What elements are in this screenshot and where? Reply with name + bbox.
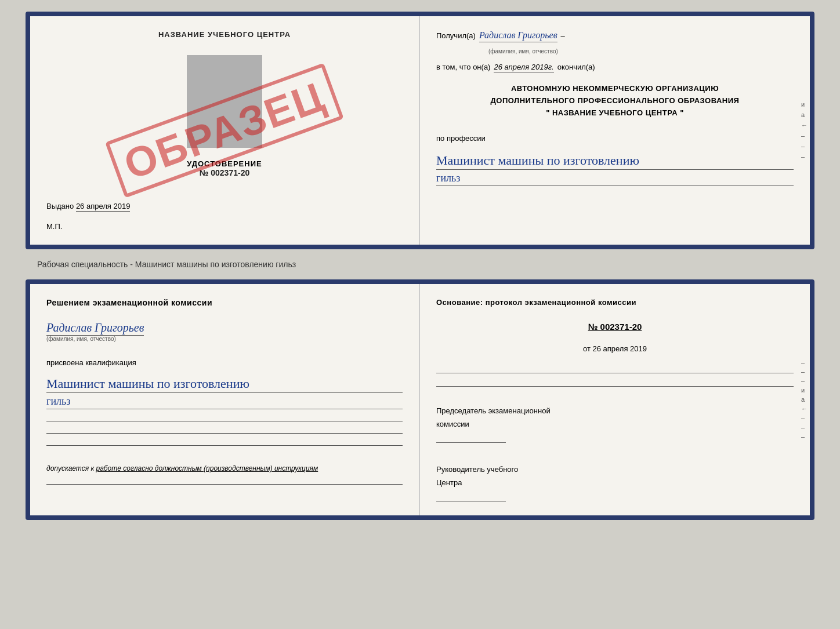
rsm-6: ← [801, 405, 808, 412]
rukovoditel-sig-line [436, 492, 794, 501]
osnovanie-title: Основание: протокол экзаменационной коми… [436, 298, 794, 307]
chairman-title: Председатель экзаменационной [436, 404, 794, 417]
side-mark-5: – [801, 143, 808, 150]
vydano-line: Выдано 26 апреля 2019 [46, 202, 403, 210]
dash1: – [561, 31, 565, 40]
org-name: НАЗВАНИЕ УЧЕБНОГО ЦЕНТРА [552, 108, 678, 117]
dopuskaetsya: допускается к работе согласно должностны… [46, 464, 403, 472]
rukovoditel-title2: Центра [436, 476, 794, 489]
blank-line-3 [46, 445, 403, 446]
name-block: Радислав Григорьев (фамилия, имя, отчест… [46, 321, 403, 342]
doc-number: № 002371-20 [46, 168, 403, 177]
vtom-date: 26 апреля 2019г. [494, 63, 553, 72]
side-marks-bottom: – – – и а ← – – – [801, 284, 808, 515]
rsm-8: – [801, 424, 808, 431]
rsm-4: и [801, 387, 808, 394]
side-mark-2: а [801, 111, 808, 118]
top-doc-left: НАЗВАНИЕ УЧЕБНОГО ЦЕНТРА УДОСТОВЕРЕНИЕ №… [30, 16, 420, 245]
protocol-number: № 002371-20 [436, 322, 794, 332]
resheniem-title: Решением экзаменационной комиссии [46, 298, 403, 307]
fio-label-bottom: (фамилия, имя, отчество) [46, 336, 403, 342]
chairman-title2: комиссии [436, 417, 794, 431]
blank-line-2 [46, 433, 403, 434]
org-name-line: " НАЗВАНИЕ УЧЕБНОГО ЦЕНТРА " [436, 107, 794, 119]
top-left-title: НАЗВАНИЕ УЧЕБНОГО ЦЕНТРА [46, 30, 403, 39]
rukovoditel-title: Руководитель учебного [436, 463, 794, 476]
prisvoena: присвоена квалификация [46, 358, 403, 367]
rukovoditel-sig-underline [436, 492, 506, 501]
org-quote1: " [546, 108, 550, 117]
chairman-block: Председатель экзаменационной комиссии [436, 404, 794, 443]
okonchil: окончил(а) [557, 63, 595, 71]
poluchil-prefix: Получил(а) [436, 31, 476, 40]
profession-block: Машинист машины по изготовлению гильз [436, 151, 794, 186]
bottom-doc-right: Основание: протокол экзаменационной коми… [420, 284, 810, 515]
side-mark-1: и [801, 101, 808, 108]
rsm-2: – [801, 368, 808, 375]
blank-line-r1 [436, 373, 794, 373]
rsm-9: – [801, 433, 808, 440]
chairman-sig-underline [436, 434, 506, 443]
udostoverenie-block: УДОСТОВЕРЕНИЕ № 002371-20 [46, 159, 403, 177]
vtom-prefix: в том, что он(а) [436, 63, 490, 71]
side-mark-3: ← [801, 122, 808, 129]
rsm-5: а [801, 396, 808, 403]
blank-line-4 [46, 484, 403, 485]
po-professii: по профессии [436, 134, 794, 143]
rukovoditel-block: Руководитель учебного Центра [436, 463, 794, 501]
dopuskaetsya-prefix: допускается к [46, 464, 94, 472]
top-doc-right: Получил(а) Радислав Григорьев – (фамилия… [420, 16, 810, 245]
rsm-7: – [801, 415, 808, 421]
rsm-3: – [801, 377, 808, 384]
ot-date: от 26 апреля 2019 [436, 344, 794, 353]
qual-line2: гильз [46, 395, 403, 409]
org-quote2: " [680, 108, 684, 117]
rsm-1: – [801, 359, 808, 366]
vtom-line: в том, что он(а) 26 апреля 2019г. окончи… [436, 63, 794, 72]
recipient-name: Радислав Григорьев [479, 30, 557, 42]
qual-line1: Машинист машины по изготовлению [46, 376, 403, 393]
org-line2: ДОПОЛНИТЕЛЬНОГО ПРОФЕССИОНАЛЬНОГО ОБРАЗО… [436, 95, 794, 107]
profession-line1: Машинист машины по изготовлению [436, 153, 794, 170]
fio-label-top: (фамилия, имя, отчество) [488, 48, 794, 54]
blank-line-r2 [436, 386, 794, 387]
org-block: АВТОНОМНУЮ НЕКОММЕРЧЕСКУЮ ОРГАНИЗАЦИЮ ДО… [436, 83, 794, 119]
bottom-name: Радислав Григорьев [46, 321, 144, 336]
udostoverenie-label: УДОСТОВЕРЕНИЕ [46, 159, 403, 168]
vydano-prefix: Выдано [46, 202, 74, 210]
side-marks-top: и а ← – – – [801, 101, 808, 160]
vydano-date: 26 апреля 2019 [76, 202, 131, 212]
poluchil-line: Получил(а) Радислав Григорьев – [436, 30, 794, 42]
profession-line2: гильз [436, 172, 794, 186]
bottom-document: Решением экзаменационной комиссии Радисл… [26, 279, 814, 520]
side-mark-4: – [801, 132, 808, 139]
chairman-sig-line [436, 434, 794, 443]
top-document: НАЗВАНИЕ УЧЕБНОГО ЦЕНТРА УДОСТОВЕРЕНИЕ №… [26, 12, 814, 249]
photo-placeholder [187, 55, 262, 148]
mp-line: М.П. [46, 222, 403, 231]
bottom-doc-left: Решением экзаменационной комиссии Радисл… [30, 284, 420, 515]
org-line1: АВТОНОМНУЮ НЕКОММЕРЧЕСКУЮ ОРГАНИЗАЦИЮ [436, 83, 794, 95]
ot-date-val: 26 апреля 2019 [593, 344, 647, 353]
blank-line-1 [46, 421, 403, 421]
separator-text: Рабочая специальность - Машинист машины … [37, 260, 296, 269]
qualification-block: Машинист машины по изготовлению гильз [46, 374, 403, 409]
side-mark-6: – [801, 153, 808, 160]
ot-prefix: от [583, 344, 591, 353]
dopuskaetsya-text: работе согласно должностным (производств… [96, 464, 318, 472]
